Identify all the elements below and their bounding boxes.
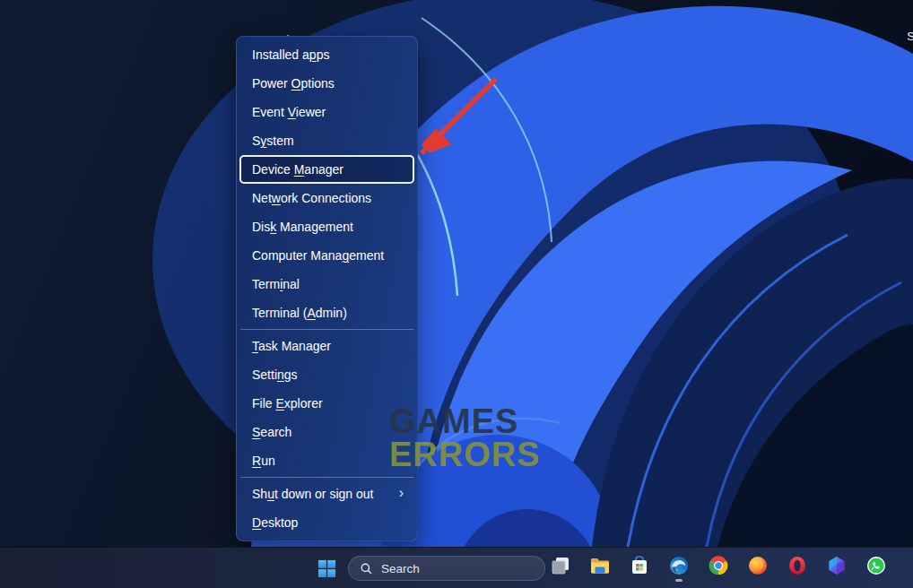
file-explorer-button[interactable] — [589, 555, 611, 582]
menu-item-device-manager[interactable]: Device Manager — [239, 155, 414, 184]
menu-item-desktop[interactable]: Desktop — [239, 508, 414, 537]
menu-item-label: System — [252, 134, 294, 148]
menu-item-power-options[interactable]: Power Options — [239, 69, 414, 98]
menu-item-label: Terminal (Admin) — [252, 306, 347, 320]
menu-item-label: Event Viewer — [252, 105, 326, 119]
opera-icon — [787, 555, 808, 576]
menu-item-label: Shut down or sign out — [252, 487, 373, 501]
menu-item-settings[interactable]: Settings — [239, 360, 414, 389]
firefox-icon — [747, 555, 769, 576]
menu-item-event-viewer[interactable]: Event Viewer — [239, 98, 414, 126]
desktop-icon-label-cutoff: S — [907, 30, 913, 43]
menu-item-installed-apps[interactable]: Installed apps — [239, 40, 414, 69]
menu-item-shut-down-or-sign-out[interactable]: Shut down or sign out› — [239, 480, 414, 508]
taskbar-pinned-icons — [550, 555, 887, 582]
menu-separator — [240, 329, 413, 330]
chrome-icon — [708, 555, 729, 576]
menu-item-label: Installed apps — [252, 48, 329, 62]
submenu-chevron-icon: › — [399, 485, 404, 501]
menu-separator — [240, 477, 413, 478]
firefox-button[interactable] — [747, 555, 769, 582]
start-button[interactable] — [312, 555, 341, 582]
search-icon — [360, 562, 373, 575]
search-placeholder: Search — [381, 562, 420, 575]
menu-item-label: File Explorer — [252, 396, 323, 411]
menu-item-search[interactable]: Search — [239, 418, 414, 446]
whatsapp-button[interactable] — [865, 555, 887, 582]
chrome-button[interactable] — [708, 555, 729, 582]
winx-context-menu: Installed appsPower OptionsEvent ViewerS… — [236, 36, 418, 541]
menu-item-file-explorer[interactable]: File Explorer — [239, 389, 414, 418]
menu-item-label: Device Manager — [252, 162, 343, 177]
menu-item-label: Settings — [252, 368, 298, 382]
microsoft-365-icon — [826, 555, 848, 576]
edge-button[interactable] — [668, 555, 690, 582]
menu-item-label: Network Connections — [252, 191, 371, 205]
search-input[interactable]: Search — [348, 556, 545, 581]
task-view-icon — [550, 555, 571, 576]
menu-item-run[interactable]: Run — [239, 446, 414, 475]
wallpaper — [0, 0, 913, 547]
edge-icon — [668, 555, 690, 576]
menu-item-system[interactable]: System — [239, 126, 414, 155]
menu-item-label: Terminal — [252, 277, 300, 291]
menu-item-label: Disk Management — [252, 220, 353, 234]
menu-item-label: Power Options — [252, 76, 335, 91]
menu-item-label: Task Manager — [252, 339, 331, 353]
menu-item-disk-management[interactable]: Disk Management — [239, 212, 414, 241]
microsoft-store-button[interactable] — [629, 555, 650, 582]
menu-item-label: Desktop — [252, 515, 298, 530]
desktop: S Installed appsPower OptionsEvent Viewe… — [0, 0, 913, 588]
windows-logo-icon — [317, 558, 337, 579]
whatsapp-icon — [865, 555, 887, 576]
microsoft-365-button[interactable] — [826, 555, 848, 582]
menu-item-label: Search — [252, 425, 291, 439]
menu-item-terminal-admin[interactable]: Terminal (Admin) — [239, 298, 414, 327]
menu-item-network-connections[interactable]: Network Connections — [239, 184, 414, 212]
menu-item-label: Computer Management — [252, 248, 384, 263]
menu-item-label: Run — [252, 454, 275, 468]
task-view-button[interactable] — [550, 555, 571, 582]
running-indicator — [675, 579, 683, 582]
menu-item-computer-management[interactable]: Computer Management — [239, 241, 414, 270]
taskbar: Search — [0, 547, 913, 588]
microsoft-store-icon — [629, 555, 650, 576]
file-explorer-icon — [589, 555, 611, 576]
menu-item-task-manager[interactable]: Task Manager — [239, 332, 414, 360]
opera-button[interactable] — [787, 555, 808, 582]
menu-item-terminal[interactable]: Terminal — [239, 270, 414, 298]
